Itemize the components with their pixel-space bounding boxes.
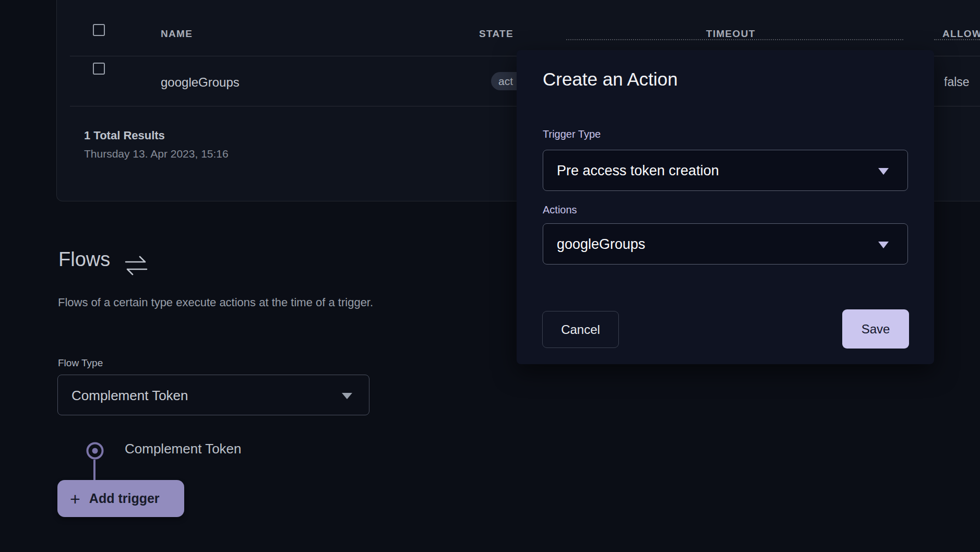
column-header-allowed[interactable]: ALLOW	[942, 28, 980, 40]
actions-select[interactable]: googleGroups	[543, 223, 908, 265]
chevron-down-icon	[878, 242, 889, 248]
flow-type-value: Complement Token	[71, 388, 188, 404]
header-dotted-underline	[934, 39, 980, 40]
total-results: 1 Total Results	[84, 129, 165, 142]
select-all-checkbox[interactable]	[93, 24, 105, 36]
cancel-button[interactable]: Cancel	[542, 311, 619, 348]
column-header-timeout[interactable]: TIMEOUT	[706, 28, 756, 40]
add-trigger-button[interactable]: + Add trigger	[57, 480, 184, 517]
actions-label: Actions	[543, 204, 577, 216]
radio-circle-icon	[85, 441, 105, 461]
swap-horizontal-icon	[124, 255, 149, 276]
chevron-down-icon	[342, 393, 352, 399]
plus-icon: +	[70, 490, 80, 508]
column-header-name[interactable]: NAME	[161, 28, 193, 40]
actions-value: googleGroups	[557, 236, 646, 253]
trigger-type-select[interactable]: Pre access token creation	[543, 150, 908, 191]
flow-type-label: Flow Type	[58, 357, 103, 369]
save-button[interactable]: Save	[842, 309, 909, 349]
action-name-cell[interactable]: googleGroups	[161, 75, 240, 90]
create-action-dialog: Create an Action Trigger Type Pre access…	[517, 50, 934, 364]
column-header-state[interactable]: STATE	[479, 28, 513, 40]
trigger-type-value: Pre access token creation	[557, 163, 719, 179]
table-timestamp: Thursday 13. Apr 2023, 15:16	[84, 148, 229, 160]
tree-connector-line	[93, 460, 95, 481]
flow-type-select[interactable]: Complement Token	[57, 375, 369, 415]
actions-flows-page: NAME STATE TIMEOUT ALLOW googleGroups ac…	[0, 0, 980, 552]
chevron-down-icon	[878, 168, 889, 175]
flow-tree-node: Complement Token	[125, 441, 242, 457]
allowed-cell: false	[944, 75, 970, 89]
flows-section-title: Flows	[58, 248, 110, 271]
dialog-title: Create an Action	[543, 69, 678, 90]
row-checkbox[interactable]	[93, 63, 105, 75]
header-dotted-underline	[566, 39, 903, 40]
trigger-type-label: Trigger Type	[543, 128, 601, 140]
flows-description: Flows of a certain type execute actions …	[58, 296, 373, 309]
add-trigger-label: Add trigger	[89, 491, 160, 506]
